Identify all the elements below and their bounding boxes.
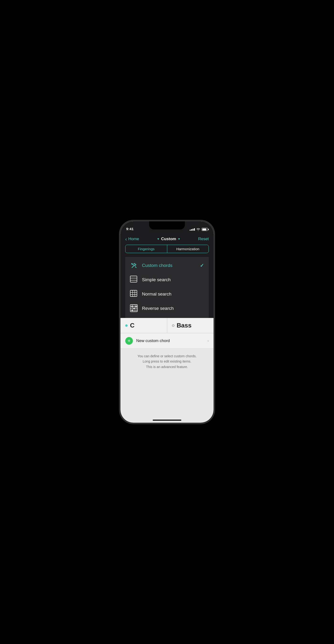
svg-rect-0 (130, 276, 137, 282)
status-time: 9:41 (126, 227, 134, 231)
chevron-left-icon: ‹ (125, 236, 127, 242)
helper-text: You can define or select custom chords.L… (120, 349, 214, 374)
screen: 9:41 (120, 221, 214, 423)
tab-fingerings[interactable]: Fingerings (126, 245, 167, 253)
segment-control: Fingerings Harmonization (125, 245, 209, 253)
notch (149, 221, 185, 230)
svg-rect-3 (130, 290, 137, 296)
svg-point-16 (133, 308, 135, 309)
simple-grid-icon (130, 276, 138, 284)
menu-label-custom-chords: Custom chords (142, 263, 196, 268)
helper-text-content: You can define or select custom chords.L… (138, 354, 196, 369)
menu-label-reverse-search: Reverse search (142, 306, 204, 311)
chevron-right-icon: › (208, 339, 209, 343)
add-button[interactable]: + (125, 337, 133, 345)
reset-button[interactable]: Reset (198, 236, 209, 242)
chord-dot-inactive (172, 324, 174, 327)
tab-harmonization[interactable]: Harmonization (167, 245, 209, 253)
menu-item-normal-search[interactable]: Normal search (125, 287, 209, 301)
back-button[interactable]: ‹ Home (125, 236, 139, 242)
chord-selector-row: C Bass (120, 318, 214, 333)
tools-icon (130, 262, 138, 270)
dropdown-menu: Custom chords ✓ Simple search (125, 257, 209, 318)
wifi-icon (196, 228, 200, 231)
nav-title-text: Custom (161, 236, 176, 242)
checkmark-icon: ✓ (200, 262, 204, 268)
back-label: Home (128, 236, 139, 242)
normal-grid-icon (130, 290, 138, 298)
svg-point-15 (132, 310, 133, 311)
home-indicator (153, 420, 181, 421)
title-dropdown-icon: ▼ (157, 237, 160, 241)
chord-cell-c[interactable]: C (120, 318, 167, 333)
status-icons (190, 228, 208, 231)
menu-label-simple-search: Simple search (142, 277, 204, 282)
signal-icon (190, 228, 195, 231)
reverse-grid-icon (130, 304, 138, 312)
chord-note-c: C (130, 322, 134, 329)
dark-header: ‹ Home ▼ Custom ▼ Reset Fingerings Harmo… (120, 233, 214, 318)
phone-frame: 9:41 (120, 221, 214, 423)
chord-note-bass: Bass (177, 322, 192, 329)
chord-dot-active (125, 324, 128, 327)
content-area: C Bass + New custom chord › You can defi… (120, 318, 214, 374)
new-chord-row[interactable]: + New custom chord › (120, 333, 214, 349)
menu-item-custom-chords[interactable]: Custom chords ✓ (125, 258, 209, 273)
menu-item-reverse-search[interactable]: Reverse search (125, 301, 209, 316)
nav-bar: ‹ Home ▼ Custom ▼ Reset (125, 236, 209, 245)
title-dropdown-icon-right: ▼ (178, 237, 180, 241)
nav-title[interactable]: ▼ Custom ▼ (157, 236, 180, 242)
chord-cell-bass[interactable]: Bass (167, 318, 214, 333)
battery-fill (202, 228, 206, 230)
new-chord-label: New custom chord (136, 338, 204, 343)
battery-icon (202, 228, 208, 231)
menu-item-simple-search[interactable]: Simple search (125, 273, 209, 287)
menu-label-normal-search: Normal search (142, 292, 204, 297)
